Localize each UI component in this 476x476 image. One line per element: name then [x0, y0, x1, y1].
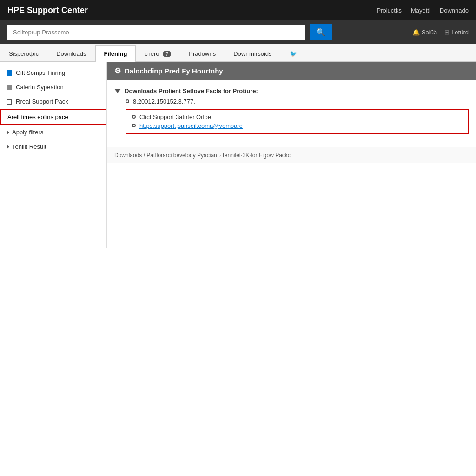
tab-downloads[interactable]: Downloads	[47, 45, 95, 62]
sidebar-item-arell-times[interactable]: Arell times eofins pace	[0, 109, 106, 125]
saluae-icon: 🔔	[412, 29, 420, 36]
tab-icon[interactable]: 🐦	[281, 45, 306, 62]
breadcrumb-bar: Downlaods / Patflorarci bevelody Pyacian…	[107, 147, 476, 163]
tab-pradowns[interactable]: Pradowns	[180, 45, 225, 62]
sidebar-section-tenilit-result[interactable]: Tenilit Result	[0, 139, 106, 154]
search-bar: 🔍 🔔 Salüä ⊞ Letürd	[0, 20, 476, 44]
nav-saluae[interactable]: 🔔 Salüä	[412, 29, 437, 36]
main-layout: Gilt Somps Tinring Calerin Sypeation Rre…	[0, 62, 476, 248]
search-bar-right: 🔔 Salüä ⊞ Letürd	[412, 29, 469, 36]
top-nav-links: Proluctks Mayetti Downnado	[377, 7, 469, 14]
leturd-icon: ⊞	[444, 29, 450, 36]
download-list: 8.20012.150152.3.777.	[126, 98, 469, 105]
search-button[interactable]: 🔍	[310, 24, 332, 40]
outline-square-icon	[7, 99, 12, 105]
search-input[interactable]	[7, 25, 305, 40]
circle-bullet-2	[132, 115, 136, 119]
highlight-box: Clict Support 3atnter Orloe https.suppor…	[126, 109, 469, 134]
circle-bullet-3	[132, 124, 136, 127]
brand-title: HPE Support Center	[7, 6, 377, 15]
download-link[interactable]: https.support.;sanseil.coma@vemoare	[139, 122, 243, 129]
tab-stero[interactable]: стero 7	[136, 45, 180, 62]
download-section: Downloads Prolient Setlove Facls for Pro…	[114, 87, 469, 134]
sidebar-item-rreal[interactable]: Rreal Support Pack	[0, 94, 106, 109]
search-icon: 🔍	[316, 28, 325, 36]
tab-sisperофic[interactable]: Sisperофic	[0, 45, 47, 62]
nav-leturd[interactable]: ⊞ Letürd	[444, 29, 469, 36]
download-list-item-version: 8.20012.150152.3.777.	[126, 98, 469, 105]
content-header: ⚙ Dalocbdinp Pred Fy Hourtnhy	[107, 62, 476, 80]
arrow-down-icon	[114, 89, 121, 93]
nav-link-download[interactable]: Downnado	[440, 7, 469, 14]
circle-bullet-icon	[126, 99, 129, 103]
sidebar-item-gilt-songs[interactable]: Gilt Somps Tinring	[0, 66, 106, 80]
chevron-right-icon	[7, 130, 9, 135]
chevron-right-icon-2	[7, 145, 9, 149]
tab-stero-badge: 7	[163, 51, 171, 57]
nav-link-mayetti[interactable]: Mayetti	[411, 7, 430, 14]
top-nav: HPE Support Center Proluctks Mayetti Dow…	[0, 0, 476, 20]
content-body: Downloads Prolient Setlove Facls for Pro…	[107, 80, 476, 147]
bird-icon: 🐦	[290, 50, 297, 57]
main-content: ⚙ Dalocbdinp Pred Fy Hourtnhy Downloads …	[107, 62, 476, 248]
tab-filening[interactable]: Filening	[95, 45, 136, 62]
highlight-item-2: https.support.;sanseil.coma@vemoare	[132, 122, 462, 129]
highlight-item-1: Clict Support 3atnter Orloe	[132, 113, 462, 120]
nav-link-products[interactable]: Proluctks	[377, 7, 401, 14]
breadcrumb-text: Downlaods / Patflorarci bevelody Pyacian…	[114, 152, 291, 159]
sidebar: Gilt Somps Tinring Calerin Sypeation Rre…	[0, 62, 107, 248]
content-header-title: Dalocbdinp Pred Fy Hourtnhy	[125, 67, 223, 75]
gray-square-icon	[7, 85, 12, 90]
sidebar-item-calerin[interactable]: Calerin Sypeation	[0, 80, 106, 94]
tabs-bar: Sisperофic Downloads Filening стero 7 Pr…	[0, 44, 476, 62]
tab-downmirsoids[interactable]: Dowr mirsoids	[225, 45, 280, 62]
blue-square-icon	[7, 70, 12, 76]
settings-icon: ⚙	[114, 66, 121, 75]
sidebar-section-apply-filters[interactable]: Apply filters	[0, 125, 106, 139]
download-section-title: Downloads Prolient Setlove Facls for Pro…	[114, 87, 469, 94]
